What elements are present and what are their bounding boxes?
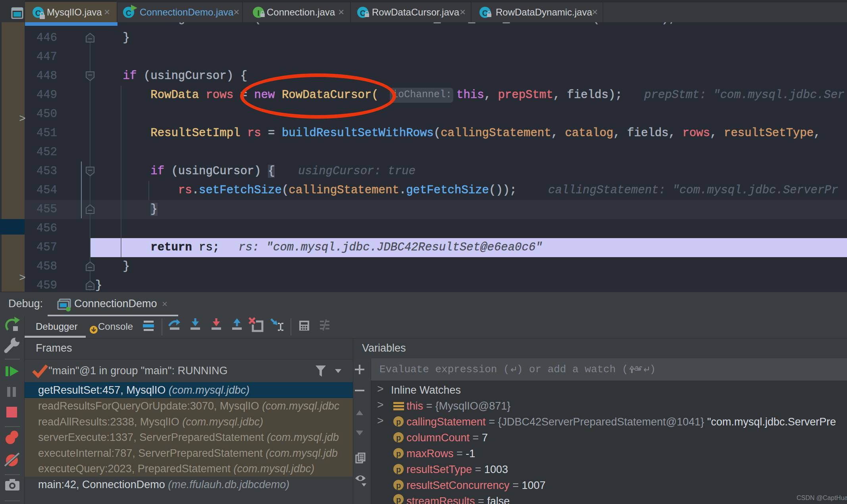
svg-text:p: p — [396, 417, 401, 426]
svg-text:p: p — [396, 481, 401, 490]
svg-text:C: C — [126, 9, 131, 17]
svg-text:I: I — [257, 9, 260, 17]
svg-text:p: p — [396, 449, 401, 458]
svg-text:p: p — [396, 465, 401, 474]
svg-text:p: p — [396, 495, 401, 504]
svg-text:p: p — [396, 433, 401, 442]
